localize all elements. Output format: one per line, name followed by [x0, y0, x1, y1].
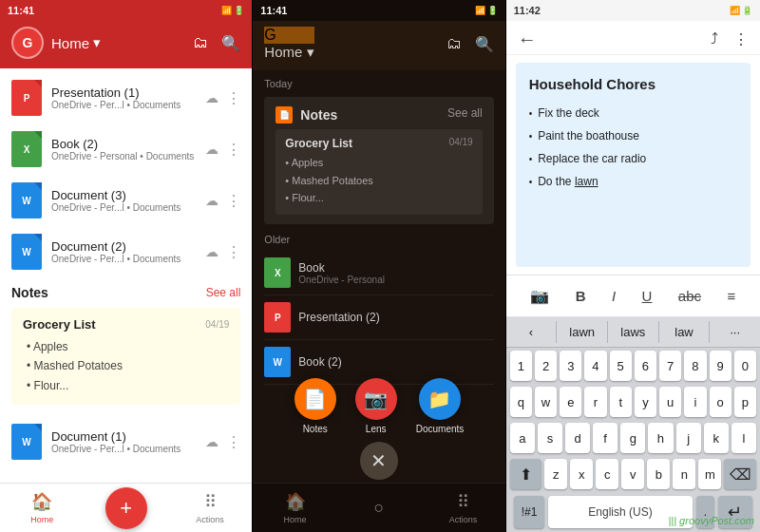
home-title-1[interactable]: Home ▾ — [51, 34, 101, 51]
add-fab-1[interactable]: + — [105, 487, 147, 529]
fab-lens-circle[interactable]: 📷 — [355, 378, 397, 420]
fab-notes[interactable]: 📄 Notes — [294, 378, 336, 434]
key-4[interactable]: 4 — [584, 351, 606, 381]
older-book[interactable]: X Book OneDrive - Personal — [264, 251, 493, 295]
fab-docs-circle[interactable]: 📁 — [419, 378, 461, 420]
key-c[interactable]: c — [596, 459, 618, 489]
search-icon-2[interactable]: 🔍 — [475, 35, 494, 53]
more-icon-3[interactable]: ⋮ — [226, 192, 240, 210]
backspace-key[interactable]: ⌫ — [724, 459, 756, 489]
search-icon[interactable]: 🔍 — [221, 34, 240, 52]
more-icon-4[interactable]: ⋮ — [226, 243, 240, 261]
p2-nav-home[interactable]: 🏠 Home — [253, 484, 336, 532]
avatar-1[interactable]: G — [11, 27, 44, 59]
note-title: Household Chores — [529, 76, 737, 92]
key-1[interactable]: 1 — [510, 351, 532, 381]
more-icon-5[interactable]: ⋮ — [226, 433, 240, 451]
note-content-area[interactable]: Household Chores •Fix the deck •Paint th… — [516, 63, 750, 267]
key-r[interactable]: r — [584, 387, 606, 417]
file-item-doc3[interactable]: W Document (3) OneDrive - Per...l • Docu… — [0, 175, 252, 226]
fab-close-button[interactable]: ✕ — [360, 442, 398, 480]
key-6[interactable]: 6 — [635, 351, 656, 381]
key-v[interactable]: v — [621, 459, 644, 489]
nav-home-1[interactable]: 🏠 Home — [0, 484, 84, 532]
key-g[interactable]: g — [620, 423, 645, 453]
key-9[interactable]: 9 — [710, 351, 732, 381]
older-pres2[interactable]: P Presentation (2) — [264, 295, 493, 340]
see-all-notes[interactable]: See all — [206, 286, 241, 299]
file-item-doc2[interactable]: W Document (2) OneDrive - Per...l • Docu… — [0, 226, 252, 277]
key-2[interactable]: 2 — [535, 351, 557, 381]
key-p[interactable]: p — [734, 387, 756, 417]
key-k[interactable]: k — [704, 423, 729, 453]
key-d[interactable]: d — [565, 423, 590, 453]
strikethrough-btn[interactable]: abc — [673, 284, 707, 308]
back-icon-3[interactable]: ← — [518, 28, 537, 50]
xls-icon-older: X — [264, 257, 291, 288]
key-l[interactable]: l — [732, 423, 756, 453]
p2-nav-back[interactable]: ○ — [337, 484, 421, 532]
key-b[interactable]: b — [647, 459, 670, 489]
fab-lens[interactable]: 📷 Lens — [355, 378, 397, 434]
suggestion-more[interactable]: ··· — [710, 321, 760, 343]
key-q[interactable]: q — [510, 387, 532, 417]
nav-actions-1[interactable]: ⠿ Actions — [168, 484, 252, 532]
key-h[interactable]: h — [648, 423, 673, 453]
key-w[interactable]: w — [535, 387, 557, 417]
key-7[interactable]: 7 — [659, 351, 681, 381]
key-f[interactable]: f — [593, 423, 618, 453]
key-u[interactable]: u — [659, 387, 681, 417]
share-icon[interactable]: ⤴ — [711, 30, 718, 48]
number-row: 1 2 3 4 5 6 7 8 9 0 — [506, 348, 760, 384]
shift-key[interactable]: ⬆ — [510, 459, 542, 489]
asdf-row: a s d f g h j k l — [506, 420, 760, 456]
avatar-2[interactable]: G — [264, 27, 314, 44]
key-o[interactable]: o — [710, 387, 732, 417]
status-icons-3: 📶 🔋 — [730, 6, 752, 15]
folder-icon[interactable]: 🗂 — [193, 34, 208, 52]
file-item-book2[interactable]: X Book (2) OneDrive - Personal • Documen… — [0, 124, 252, 175]
see-all-dark[interactable]: See all — [447, 106, 483, 124]
symbols-key[interactable]: !#1 — [514, 496, 545, 528]
p2-nav-actions[interactable]: ⠿ Actions — [421, 484, 504, 532]
suggestion-lawn[interactable]: lawn — [557, 321, 608, 343]
file-item-presentation1[interactable]: P Presentation (1) OneDrive - Per...l • … — [0, 72, 252, 124]
more-icon[interactable]: ⋮ — [226, 89, 240, 107]
suggestion-law[interactable]: law — [659, 321, 711, 343]
underline-btn[interactable]: U — [636, 284, 658, 308]
key-3[interactable]: 3 — [560, 351, 581, 381]
key-j[interactable]: j — [676, 423, 701, 453]
folder-icon-2[interactable]: 🗂 — [446, 35, 462, 53]
key-i[interactable]: i — [684, 387, 706, 417]
key-z[interactable]: z — [544, 459, 567, 489]
key-t[interactable]: t — [610, 387, 632, 417]
grocery-list-dark[interactable]: Grocery List 04/19 • Apples • Mashed Pot… — [276, 129, 482, 215]
list-btn[interactable]: ≡ — [721, 284, 741, 308]
more-menu-icon[interactable]: ⋮ — [733, 30, 749, 48]
key-m[interactable]: m — [698, 459, 721, 489]
nav-add-1[interactable]: + — [84, 484, 167, 532]
keyboard-area: ‹ lawn laws law ··· 1 2 3 4 5 6 7 8 9 0 … — [506, 317, 760, 532]
camera-fmt-btn[interactable]: 📷 — [524, 283, 555, 309]
suggestion-chevron[interactable]: ‹ — [506, 321, 558, 343]
bold-btn[interactable]: B — [570, 284, 592, 308]
suggestion-laws[interactable]: laws — [608, 321, 659, 343]
key-y[interactable]: y — [635, 387, 656, 417]
key-s[interactable]: s — [538, 423, 562, 453]
fab-documents[interactable]: 📁 Documents — [416, 378, 465, 434]
qwerty-row: q w e r t y u i o p — [506, 384, 760, 420]
key-0[interactable]: 0 — [734, 351, 756, 381]
key-a[interactable]: a — [510, 423, 535, 453]
key-5[interactable]: 5 — [610, 351, 632, 381]
key-x[interactable]: x — [570, 459, 593, 489]
key-e[interactable]: e — [560, 387, 581, 417]
fab-notes-circle[interactable]: 📄 — [294, 378, 336, 420]
key-n[interactable]: n — [673, 459, 695, 489]
more-icon-2[interactable]: ⋮ — [226, 141, 240, 159]
note-content-items: •Fix the deck •Paint the boathouse •Repl… — [529, 102, 737, 193]
key-8[interactable]: 8 — [684, 351, 706, 381]
grocery-card-1[interactable]: Grocery List 04/19 • Apples • Mashed Pot… — [11, 308, 240, 405]
home-title-2[interactable]: Home ▾ — [264, 44, 314, 61]
file-item-doc1[interactable]: W Document (1) OneDrive - Per...l • Docu… — [0, 416, 252, 467]
italic-btn[interactable]: I — [606, 284, 621, 308]
